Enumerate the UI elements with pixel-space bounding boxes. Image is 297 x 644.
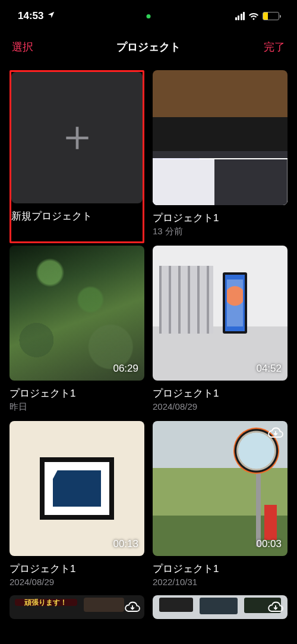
status-left: 14:53: [18, 10, 55, 22]
nav-bar: 選択 プロジェクト 完了: [0, 32, 297, 62]
cloud-download-icon[interactable]: [267, 425, 284, 441]
project-card[interactable]: 00:03 プロジェクト1 2022/10/31: [153, 421, 287, 587]
project-thumbnail[interactable]: 03:16: [153, 70, 287, 205]
project-thumbnail[interactable]: 00:13: [10, 421, 144, 556]
duration-label: 06:29: [113, 363, 138, 375]
project-thumbnail[interactable]: 頑張ります！: [10, 595, 144, 619]
project-thumbnail[interactable]: 04:52: [153, 246, 287, 381]
select-button[interactable]: 選択: [12, 40, 33, 54]
duration-label: 00:03: [256, 538, 282, 550]
project-grid: 新規プロジェクト 03:16 プロジェクト1 13 分前 06:29 プロジェク…: [0, 62, 297, 627]
project-thumbnail[interactable]: [153, 595, 287, 619]
cloud-download-icon[interactable]: [124, 599, 141, 615]
cellular-icon: [235, 12, 245, 20]
status-bar: 14:53: [0, 0, 297, 32]
duration-label: 04:52: [256, 363, 282, 375]
cloud-download-icon[interactable]: [267, 599, 284, 615]
new-project-label: 新規プロジェクト: [11, 209, 143, 223]
project-card[interactable]: 00:13 プロジェクト1 2024/08/29: [10, 421, 144, 587]
status-time: 14:53: [18, 10, 43, 22]
project-thumbnail[interactable]: 00:03: [153, 421, 287, 556]
project-subtitle: 2022/10/31: [153, 577, 287, 587]
project-subtitle: 2024/08/29: [10, 577, 144, 587]
project-title: プロジェクト1: [153, 211, 287, 225]
project-title: プロジェクト1: [10, 562, 144, 576]
location-icon: [47, 10, 55, 22]
project-card[interactable]: 04:52 プロジェクト1 2024/08/29: [153, 246, 287, 413]
status-right: [235, 12, 280, 20]
camera-indicator: [147, 14, 151, 18]
duration-label: 03:16: [256, 187, 282, 199]
project-title: プロジェクト1: [153, 562, 287, 576]
project-card[interactable]: 頑張ります！: [10, 595, 144, 619]
project-title: プロジェクト1: [153, 387, 287, 400]
thumbnail-text: 頑張ります！: [15, 599, 77, 606]
project-card[interactable]: 06:29 プロジェクト1 昨日: [10, 246, 144, 413]
duration-label: 00:13: [113, 538, 138, 550]
page-title: プロジェクト: [116, 40, 181, 54]
battery-icon: [263, 12, 279, 20]
new-project-card[interactable]: 新規プロジェクト: [10, 70, 144, 243]
project-subtitle: 昨日: [10, 401, 144, 413]
project-subtitle: 13 分前: [153, 226, 287, 237]
project-card[interactable]: [153, 595, 287, 619]
plus-icon: [61, 121, 94, 155]
project-title: プロジェクト1: [10, 387, 144, 400]
done-button[interactable]: 完了: [264, 40, 285, 54]
project-thumbnail[interactable]: 06:29: [10, 246, 144, 381]
project-card[interactable]: 03:16 プロジェクト1 13 分前: [153, 70, 287, 237]
wifi-icon: [248, 12, 259, 20]
project-subtitle: 2024/08/29: [153, 401, 287, 411]
new-project-thumb[interactable]: [11, 72, 143, 203]
